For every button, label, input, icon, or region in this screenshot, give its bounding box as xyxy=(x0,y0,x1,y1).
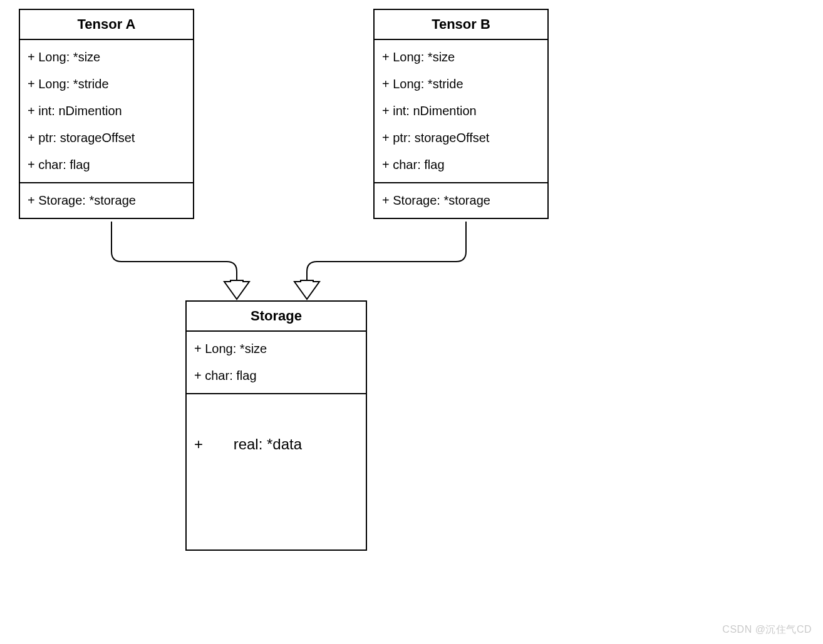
watermark: CSDN @沉住气CD xyxy=(722,623,812,636)
svg-marker-1 xyxy=(294,280,319,299)
arrow-tensor-b-to-storage xyxy=(0,0,823,644)
